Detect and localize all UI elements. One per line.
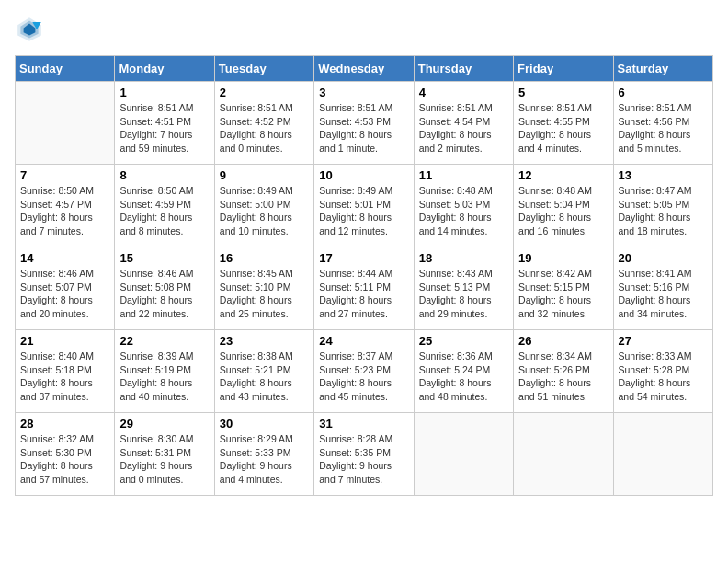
day-cell: 24Sunrise: 8:37 AMSunset: 5:23 PMDayligh… (314, 330, 414, 413)
day-number: 8 (119, 168, 209, 182)
day-cell: 17Sunrise: 8:44 AMSunset: 5:11 PMDayligh… (314, 247, 414, 330)
day-cell (16, 82, 115, 165)
calendar-table: SundayMondayTuesdayWednesdayThursdayFrid… (15, 55, 713, 496)
day-number: 26 (518, 334, 608, 348)
week-row-2: 7Sunrise: 8:50 AMSunset: 4:57 PMDaylight… (16, 165, 713, 247)
day-number: 22 (119, 334, 209, 348)
day-number: 23 (220, 334, 309, 348)
day-info: Sunrise: 8:33 AMSunset: 5:28 PMDaylight:… (619, 350, 708, 404)
week-row-1: 1Sunrise: 8:51 AMSunset: 4:51 PMDaylight… (16, 82, 713, 165)
day-number: 16 (220, 251, 309, 265)
day-info: Sunrise: 8:30 AMSunset: 5:31 PMDaylight:… (119, 432, 209, 487)
day-cell: 1Sunrise: 8:51 AMSunset: 4:51 PMDaylight… (115, 82, 214, 165)
day-cell: 13Sunrise: 8:47 AMSunset: 5:05 PMDayligh… (613, 165, 712, 247)
day-info: Sunrise: 8:48 AMSunset: 5:04 PMDaylight:… (518, 184, 608, 238)
day-info: Sunrise: 8:49 AMSunset: 5:01 PMDaylight:… (319, 184, 408, 238)
day-number: 1 (119, 86, 209, 99)
day-cell: 16Sunrise: 8:45 AMSunset: 5:10 PMDayligh… (214, 247, 313, 330)
day-info: Sunrise: 8:41 AMSunset: 5:16 PMDaylight:… (619, 267, 708, 321)
day-cell: 21Sunrise: 8:40 AMSunset: 5:18 PMDayligh… (16, 330, 115, 413)
day-cell: 12Sunrise: 8:48 AMSunset: 5:04 PMDayligh… (514, 165, 613, 247)
day-number: 6 (619, 86, 708, 99)
day-cell: 5Sunrise: 8:51 AMSunset: 4:55 PMDaylight… (514, 82, 613, 165)
day-cell: 15Sunrise: 8:46 AMSunset: 5:08 PMDayligh… (115, 247, 214, 330)
day-cell: 30Sunrise: 8:29 AMSunset: 5:33 PMDayligh… (214, 413, 313, 496)
day-info: Sunrise: 8:51 AMSunset: 4:56 PMDaylight:… (619, 101, 708, 155)
day-cell: 6Sunrise: 8:51 AMSunset: 4:56 PMDaylight… (613, 82, 712, 165)
day-cell (514, 413, 613, 496)
day-number: 13 (619, 168, 708, 182)
day-info: Sunrise: 8:51 AMSunset: 4:53 PMDaylight:… (319, 101, 408, 155)
day-info: Sunrise: 8:51 AMSunset: 4:55 PMDaylight:… (518, 101, 608, 155)
day-number: 29 (119, 417, 209, 431)
day-cell: 10Sunrise: 8:49 AMSunset: 5:01 PMDayligh… (314, 165, 414, 247)
day-number: 7 (20, 168, 109, 182)
day-number: 27 (619, 334, 708, 348)
day-info: Sunrise: 8:45 AMSunset: 5:10 PMDaylight:… (220, 267, 309, 321)
day-number: 12 (518, 168, 608, 182)
day-cell: 26Sunrise: 8:34 AMSunset: 5:26 PMDayligh… (514, 330, 613, 413)
day-number: 24 (319, 334, 408, 348)
day-cell: 14Sunrise: 8:46 AMSunset: 5:07 PMDayligh… (16, 247, 115, 330)
day-number: 3 (319, 86, 408, 99)
day-header-monday: Monday (115, 56, 214, 82)
day-cell: 29Sunrise: 8:30 AMSunset: 5:31 PMDayligh… (115, 413, 214, 496)
day-cell: 19Sunrise: 8:42 AMSunset: 5:15 PMDayligh… (514, 247, 613, 330)
day-info: Sunrise: 8:49 AMSunset: 5:00 PMDaylight:… (220, 184, 309, 238)
day-info: Sunrise: 8:51 AMSunset: 4:52 PMDaylight:… (220, 101, 309, 155)
day-header-sunday: Sunday (16, 56, 115, 82)
day-info: Sunrise: 8:44 AMSunset: 5:11 PMDaylight:… (319, 267, 408, 321)
day-info: Sunrise: 8:46 AMSunset: 5:08 PMDaylight:… (119, 267, 209, 321)
day-number: 5 (518, 86, 608, 99)
calendar-header-row: SundayMondayTuesdayWednesdayThursdayFrid… (16, 56, 713, 82)
day-header-saturday: Saturday (613, 56, 712, 82)
week-row-5: 28Sunrise: 8:32 AMSunset: 5:30 PMDayligh… (16, 413, 713, 496)
day-cell: 22Sunrise: 8:39 AMSunset: 5:19 PMDayligh… (115, 330, 214, 413)
day-info: Sunrise: 8:32 AMSunset: 5:30 PMDaylight:… (20, 432, 109, 487)
day-header-thursday: Thursday (414, 56, 513, 82)
day-number: 21 (20, 334, 109, 348)
day-number: 4 (419, 86, 508, 99)
day-info: Sunrise: 8:42 AMSunset: 5:15 PMDaylight:… (518, 267, 608, 321)
day-cell: 25Sunrise: 8:36 AMSunset: 5:24 PMDayligh… (414, 330, 513, 413)
day-info: Sunrise: 8:34 AMSunset: 5:26 PMDaylight:… (518, 350, 608, 404)
day-number: 10 (319, 168, 408, 182)
week-row-4: 21Sunrise: 8:40 AMSunset: 5:18 PMDayligh… (16, 330, 713, 413)
day-info: Sunrise: 8:28 AMSunset: 5:35 PMDaylight:… (319, 432, 408, 487)
day-cell (613, 413, 712, 496)
day-number: 9 (220, 168, 309, 182)
day-header-friday: Friday (514, 56, 613, 82)
day-number: 17 (319, 251, 408, 265)
day-number: 19 (518, 251, 608, 265)
day-cell: 9Sunrise: 8:49 AMSunset: 5:00 PMDaylight… (214, 165, 313, 247)
day-info: Sunrise: 8:39 AMSunset: 5:19 PMDaylight:… (119, 350, 209, 404)
logo-icon (15, 15, 44, 44)
day-cell: 8Sunrise: 8:50 AMSunset: 4:59 PMDaylight… (115, 165, 214, 247)
day-cell: 7Sunrise: 8:50 AMSunset: 4:57 PMDaylight… (16, 165, 115, 247)
day-info: Sunrise: 8:47 AMSunset: 5:05 PMDaylight:… (619, 184, 708, 238)
day-cell: 18Sunrise: 8:43 AMSunset: 5:13 PMDayligh… (414, 247, 513, 330)
day-cell: 23Sunrise: 8:38 AMSunset: 5:21 PMDayligh… (214, 330, 313, 413)
day-cell: 3Sunrise: 8:51 AMSunset: 4:53 PMDaylight… (314, 82, 414, 165)
day-cell: 28Sunrise: 8:32 AMSunset: 5:30 PMDayligh… (16, 413, 115, 496)
day-number: 31 (319, 417, 408, 431)
day-info: Sunrise: 8:29 AMSunset: 5:33 PMDaylight:… (220, 432, 309, 487)
day-cell: 27Sunrise: 8:33 AMSunset: 5:28 PMDayligh… (613, 330, 712, 413)
day-info: Sunrise: 8:50 AMSunset: 4:57 PMDaylight:… (20, 184, 109, 238)
day-cell: 11Sunrise: 8:48 AMSunset: 5:03 PMDayligh… (414, 165, 513, 247)
day-cell: 2Sunrise: 8:51 AMSunset: 4:52 PMDaylight… (214, 82, 313, 165)
week-row-3: 14Sunrise: 8:46 AMSunset: 5:07 PMDayligh… (16, 247, 713, 330)
day-info: Sunrise: 8:46 AMSunset: 5:07 PMDaylight:… (20, 267, 109, 321)
day-info: Sunrise: 8:43 AMSunset: 5:13 PMDaylight:… (419, 267, 508, 321)
day-number: 15 (119, 251, 209, 265)
day-header-wednesday: Wednesday (314, 56, 414, 82)
day-number: 11 (419, 168, 508, 182)
day-number: 18 (419, 251, 508, 265)
day-cell (414, 413, 513, 496)
day-number: 30 (220, 417, 309, 431)
day-cell: 4Sunrise: 8:51 AMSunset: 4:54 PMDaylight… (414, 82, 513, 165)
day-info: Sunrise: 8:50 AMSunset: 4:59 PMDaylight:… (119, 184, 209, 238)
day-info: Sunrise: 8:37 AMSunset: 5:23 PMDaylight:… (319, 350, 408, 404)
day-info: Sunrise: 8:40 AMSunset: 5:18 PMDaylight:… (20, 350, 109, 404)
day-number: 20 (619, 251, 708, 265)
